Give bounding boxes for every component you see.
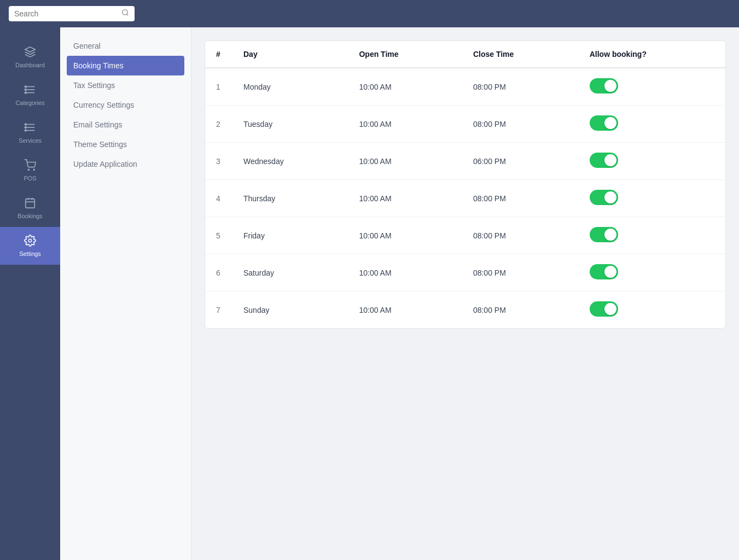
cell-day: Friday [232,217,348,254]
cell-allow [579,143,725,180]
bookings-label: Bookings [18,213,42,219]
sidebar: Dashboard Categories Services [0,27,60,560]
cell-close: 08:00 PM [462,68,579,106]
table-row: 6 Saturday 10:00 AM 08:00 PM [205,254,725,291]
cell-open: 10:00 AM [348,143,462,180]
cell-day: Sunday [232,291,348,329]
sub-nav-update-application[interactable]: Update Application [60,154,191,174]
svg-point-7 [25,92,26,94]
sidebar-item-categories[interactable]: Categories [0,76,60,114]
svg-point-5 [25,86,26,88]
table-row: 4 Thursday 10:00 AM 08:00 PM [205,180,725,217]
topbar [0,0,739,27]
table-row: 5 Friday 10:00 AM 08:00 PM [205,217,725,254]
sidebar-item-settings[interactable]: Settings [0,227,60,265]
cell-allow [579,68,725,106]
col-header-num: # [205,41,232,68]
cell-close: 06:00 PM [462,143,579,180]
col-header-close: Close Time [462,41,579,68]
cell-num: 4 [205,180,232,217]
sub-nav-general[interactable]: General [60,36,191,56]
cell-open: 10:00 AM [348,254,462,291]
allow-booking-toggle[interactable] [590,264,618,279]
svg-point-11 [25,124,26,125]
allow-booking-toggle[interactable] [590,227,618,242]
sub-nav-booking-times[interactable]: Booking Times [67,56,184,75]
table-header-row: # Day Open Time Close Time Allow booking… [205,41,725,68]
cell-close: 08:00 PM [462,180,579,217]
content-area: General Booking Times Tax Settings Curre… [60,27,739,560]
cell-num: 2 [205,106,232,143]
sidebar-item-services[interactable]: Services [0,114,60,151]
cell-allow [579,217,725,254]
search-wrapper [9,6,135,21]
cell-day: Tuesday [232,106,348,143]
cell-num: 1 [205,68,232,106]
search-input[interactable] [14,9,118,18]
cell-day: Monday [232,68,348,106]
svg-line-1 [127,14,129,16]
bookings-icon [24,197,36,211]
svg-point-20 [28,239,32,242]
cell-open: 10:00 AM [348,180,462,217]
svg-point-15 [33,169,34,170]
table-row: 2 Tuesday 10:00 AM 08:00 PM [205,106,725,143]
categories-label: Categories [15,100,44,106]
categories-icon [24,84,36,97]
sub-sidebar: General Booking Times Tax Settings Curre… [60,27,191,560]
sub-nav-email-settings[interactable]: Email Settings [60,115,191,135]
cell-close: 08:00 PM [462,291,579,329]
cell-day: Saturday [232,254,348,291]
cell-close: 08:00 PM [462,217,579,254]
cell-allow [579,291,725,329]
cell-num: 3 [205,143,232,180]
cell-allow [579,106,725,143]
pos-label: POS [24,175,36,182]
cell-day: Wednesday [232,143,348,180]
main-layout: Dashboard Categories Services [0,27,739,560]
sidebar-item-bookings[interactable]: Bookings [0,189,60,227]
sub-nav-currency-settings[interactable]: Currency Settings [60,95,191,115]
cell-close: 08:00 PM [462,254,579,291]
svg-rect-16 [26,199,35,208]
cell-day: Thursday [232,180,348,217]
main-panel: # Day Open Time Close Time Allow booking… [191,27,739,560]
svg-point-0 [123,10,127,15]
booking-times-table-card: # Day Open Time Close Time Allow booking… [205,40,726,329]
svg-point-12 [25,127,26,129]
allow-booking-toggle[interactable] [590,190,618,205]
col-header-day: Day [232,41,348,68]
cell-open: 10:00 AM [348,217,462,254]
sub-nav-tax-settings[interactable]: Tax Settings [60,75,191,95]
table-row: 7 Sunday 10:00 AM 08:00 PM [205,291,725,329]
services-icon [24,121,36,135]
cell-num: 5 [205,217,232,254]
dashboard-icon [24,46,36,60]
booking-times-table: # Day Open Time Close Time Allow booking… [205,41,725,328]
services-label: Services [19,137,42,144]
allow-booking-toggle[interactable] [590,301,618,317]
dashboard-label: Dashboard [15,62,45,68]
cell-close: 08:00 PM [462,106,579,143]
cell-allow [579,180,725,217]
table-row: 3 Wednesday 10:00 AM 06:00 PM [205,143,725,180]
svg-point-13 [25,130,26,131]
cell-allow [579,254,725,291]
sidebar-item-pos[interactable]: POS [0,151,60,189]
cell-open: 10:00 AM [348,68,462,106]
search-icon [121,9,129,19]
col-header-allow: Allow booking? [579,41,725,68]
cell-num: 6 [205,254,232,291]
svg-point-14 [28,169,29,170]
cell-num: 7 [205,291,232,329]
sidebar-item-dashboard[interactable]: Dashboard [0,38,60,76]
settings-icon [24,235,36,248]
allow-booking-toggle[interactable] [590,78,618,94]
allow-booking-toggle[interactable] [590,115,618,131]
svg-point-6 [25,89,26,91]
sub-nav-theme-settings[interactable]: Theme Settings [60,135,191,154]
cell-open: 10:00 AM [348,106,462,143]
pos-icon [24,159,36,173]
col-header-open: Open Time [348,41,462,68]
allow-booking-toggle[interactable] [590,153,618,168]
